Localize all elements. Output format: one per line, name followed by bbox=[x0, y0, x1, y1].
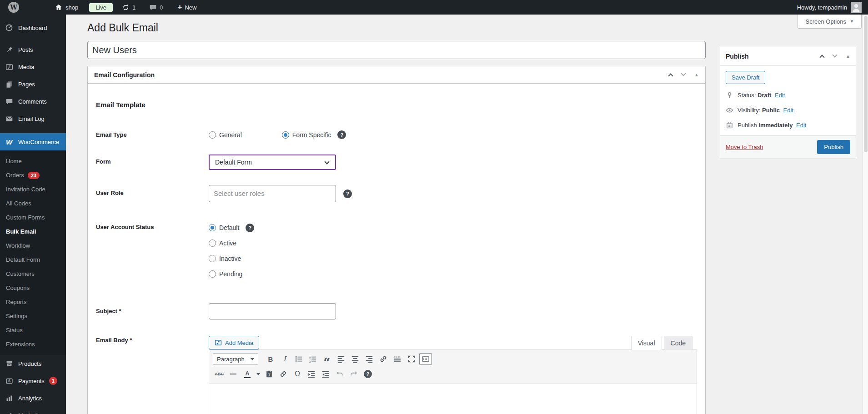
blockquote-button[interactable]: “ bbox=[321, 353, 333, 365]
sidebar-item-payments[interactable]: $ Payments 1 bbox=[0, 372, 66, 389]
paste-as-text-button[interactable]: T bbox=[263, 368, 276, 380]
edit-status-link[interactable]: Edit bbox=[775, 92, 785, 99]
move-up-icon[interactable] bbox=[819, 55, 824, 60]
align-left-button[interactable] bbox=[335, 353, 347, 365]
horizontal-rule-icon bbox=[230, 374, 236, 374]
text-color-button[interactable]: A bbox=[241, 368, 254, 380]
comment-bubble-icon bbox=[149, 4, 157, 11]
submenu-item-all-codes[interactable]: All Codes bbox=[0, 196, 66, 210]
edit-schedule-link[interactable]: Edit bbox=[796, 122, 806, 129]
submenu-item-bulk-email[interactable]: Bulk Email bbox=[0, 224, 66, 239]
paragraph-format-dropdown[interactable]: Paragraph bbox=[213, 353, 258, 365]
sidebar-item-posts[interactable]: Posts bbox=[0, 41, 66, 58]
comments-link[interactable]: 0 bbox=[146, 0, 166, 15]
new-label: New bbox=[185, 4, 196, 11]
publish-header[interactable]: Publish ▲ bbox=[720, 47, 856, 65]
link-button[interactable] bbox=[377, 353, 390, 365]
submenu-item-extensions[interactable]: Extensions bbox=[0, 337, 66, 351]
edit-visibility-link[interactable]: Edit bbox=[783, 107, 793, 114]
wordpress-logo-menu[interactable]: W bbox=[5, 0, 23, 15]
tab-visual[interactable]: Visual bbox=[631, 336, 662, 350]
align-center-button[interactable] bbox=[349, 353, 361, 365]
status-pending-radio[interactable] bbox=[209, 270, 216, 278]
sidebar-item-pages[interactable]: Pages bbox=[0, 75, 66, 93]
sidebar-item-media[interactable]: Media bbox=[0, 58, 66, 75]
move-down-icon[interactable] bbox=[832, 52, 837, 57]
submenu-item-workflow[interactable]: Workflow bbox=[0, 239, 66, 253]
email-type-general-radio[interactable] bbox=[209, 131, 216, 139]
svg-text:T: T bbox=[268, 373, 271, 377]
howdy-text[interactable]: Howdy, tempadmin bbox=[797, 4, 847, 11]
new-content-link[interactable]: + New bbox=[174, 0, 201, 15]
sidebar-item-analytics[interactable]: Analytics bbox=[0, 389, 66, 407]
dashboard-icon bbox=[5, 24, 14, 32]
user-role-help-icon[interactable]: ? bbox=[343, 190, 352, 198]
sidebar-item-email-log[interactable]: Email Log bbox=[0, 110, 66, 127]
user-role-input[interactable] bbox=[209, 185, 336, 202]
sidebar-item-marketing[interactable]: Marketing bbox=[0, 407, 66, 414]
text-color-dropdown[interactable] bbox=[255, 368, 261, 380]
move-down-icon[interactable] bbox=[681, 71, 686, 76]
undo-button[interactable] bbox=[333, 368, 346, 380]
strikethrough-button[interactable]: ABC bbox=[213, 368, 226, 380]
sidebar-item-woocommerce[interactable]: W WooCommerce bbox=[0, 133, 66, 150]
horizontal-rule-button[interactable] bbox=[227, 368, 240, 380]
email-type-form-specific-radio[interactable] bbox=[282, 131, 289, 139]
post-title-input[interactable] bbox=[87, 41, 706, 59]
page-scrollbar[interactable] bbox=[863, 15, 868, 414]
metabox-header[interactable]: Email Configuration ▲ bbox=[88, 66, 705, 84]
page-title: Add Bulk Email bbox=[87, 22, 868, 34]
subject-input[interactable] bbox=[209, 303, 336, 319]
status-active-radio[interactable] bbox=[209, 239, 216, 247]
avatar[interactable] bbox=[851, 2, 862, 13]
submenu-item-status[interactable]: Status bbox=[0, 323, 66, 337]
indent-button[interactable] bbox=[319, 368, 332, 380]
special-character-button[interactable]: Ω bbox=[291, 368, 304, 380]
toolbar-toggle-button[interactable] bbox=[419, 353, 432, 365]
site-name-link[interactable]: shop bbox=[51, 0, 82, 15]
publish-button[interactable]: Publish bbox=[817, 140, 850, 154]
scrollbar-thumb[interactable] bbox=[864, 16, 868, 152]
submenu-item-reports[interactable]: Reports bbox=[0, 295, 66, 309]
sidebar-item-comments[interactable]: Comments bbox=[0, 93, 66, 110]
sidebar-item-products[interactable]: Products bbox=[0, 355, 66, 372]
tab-code[interactable]: Code bbox=[664, 336, 692, 350]
collapse-toggle-icon[interactable]: ▲ bbox=[846, 54, 850, 59]
submenu-item-default-form[interactable]: Default Form bbox=[0, 253, 66, 267]
submenu-item-settings[interactable]: Settings bbox=[0, 309, 66, 323]
numbered-list-button[interactable]: 123 bbox=[306, 353, 319, 365]
form-select[interactable]: Default Form bbox=[209, 155, 336, 170]
move-up-icon[interactable] bbox=[668, 73, 673, 78]
submenu-item-customers[interactable]: Customers bbox=[0, 267, 66, 281]
status-default-radio[interactable] bbox=[209, 224, 216, 231]
move-to-trash-link[interactable]: Move to Trash bbox=[726, 144, 763, 150]
redo-button[interactable] bbox=[347, 368, 360, 380]
bold-button[interactable]: B bbox=[264, 353, 277, 365]
email-type-help-icon[interactable]: ? bbox=[337, 130, 346, 139]
status-default-label: Default bbox=[219, 224, 239, 231]
status-inactive-radio[interactable] bbox=[209, 255, 216, 262]
read-more-button[interactable] bbox=[391, 353, 404, 365]
submenu-item-custom-forms[interactable]: Custom Forms bbox=[0, 210, 66, 224]
align-right-button[interactable] bbox=[363, 353, 376, 365]
save-draft-button[interactable]: Save Draft bbox=[726, 71, 765, 84]
submenu-item-home[interactable]: Home bbox=[0, 154, 66, 168]
sidebar-item-dashboard[interactable]: Dashboard bbox=[0, 20, 66, 35]
collapse-toggle-icon[interactable]: ▲ bbox=[694, 72, 699, 77]
editor-help-button[interactable]: ? bbox=[361, 368, 374, 380]
status-help-icon[interactable]: ? bbox=[246, 224, 254, 232]
italic-button[interactable]: I bbox=[278, 353, 291, 365]
fullscreen-button[interactable] bbox=[405, 353, 418, 365]
add-media-button[interactable]: Add Media bbox=[209, 336, 259, 349]
screen-options-button[interactable]: Screen Options ▼ bbox=[798, 15, 862, 29]
submenu-item-coupons[interactable]: Coupons bbox=[0, 281, 66, 295]
bullet-list-button[interactable] bbox=[292, 353, 305, 365]
updates-link[interactable]: 1 bbox=[118, 0, 139, 15]
form-select-value: Default Form bbox=[215, 159, 252, 166]
outdent-button[interactable] bbox=[305, 368, 318, 380]
submenu-item-invitation-code[interactable]: Invitation Code bbox=[0, 182, 66, 196]
submenu-item-orders[interactable]: Orders23 bbox=[0, 168, 66, 182]
clear-formatting-button[interactable] bbox=[277, 368, 290, 380]
metabox-title: Email Configuration bbox=[94, 71, 669, 79]
editor-content-area[interactable] bbox=[209, 384, 697, 414]
